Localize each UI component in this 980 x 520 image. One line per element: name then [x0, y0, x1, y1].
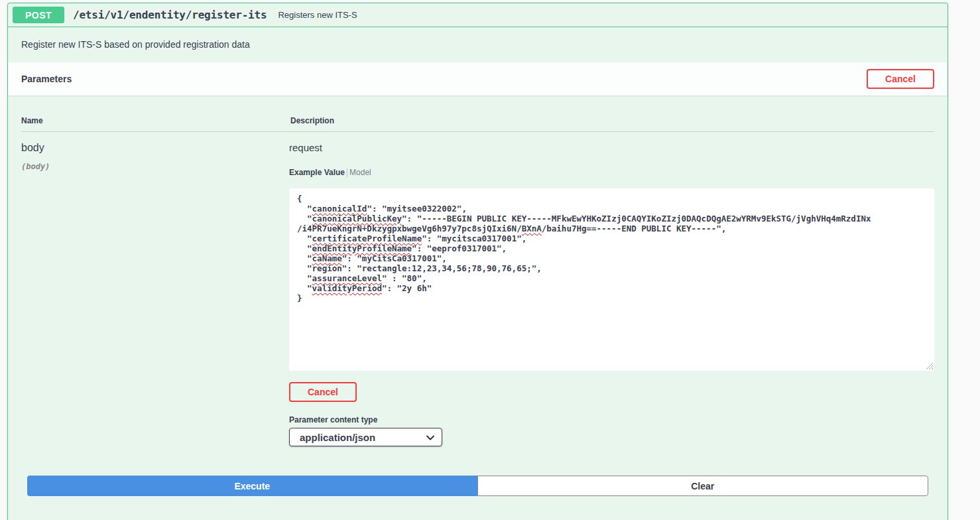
tab-example-value[interactable]: Example Value — [289, 168, 345, 177]
operation-summary: Registers new ITS-S — [278, 10, 357, 20]
column-header-description: Description — [290, 116, 934, 125]
tab-divider — [347, 168, 347, 177]
column-header-name: Name — [21, 116, 290, 125]
tab-model[interactable]: Model — [349, 168, 371, 177]
method-badge: POST — [13, 7, 64, 23]
execute-button[interactable]: Execute — [27, 476, 477, 496]
parameters-table-head: Name Description — [21, 116, 934, 132]
operation-summary-bar[interactable]: POST /etsi/v1/endentity/register-its Reg… — [8, 3, 948, 27]
operation-path: /etsi/v1/endentity/register-its — [73, 9, 267, 21]
body-editor-wrap: { "canonicalId": "myitsee0322002", "cano… — [289, 188, 934, 371]
cancel-body-edit-button[interactable]: Cancel — [289, 382, 357, 402]
parameter-name-cell: body (body) — [21, 142, 289, 446]
body-editor-textarea[interactable]: { "canonicalId": "myitsee0322002", "cano… — [289, 188, 934, 371]
cancel-operation-button[interactable]: Cancel — [867, 69, 934, 89]
execute-button-group: Execute Clear — [8, 476, 948, 509]
chevron-down-icon — [426, 434, 435, 442]
parameter-location: (body) — [21, 162, 289, 171]
parameters-title: Parameters — [21, 74, 72, 84]
parameter-name: body — [21, 142, 289, 154]
opblock-post: POST /etsi/v1/endentity/register-its Reg… — [7, 3, 948, 520]
content-type-select[interactable]: application/json — [289, 428, 442, 446]
parameters-table: Name Description body (body) request Exa… — [8, 96, 948, 446]
model-tabs: Example Value Model — [289, 168, 934, 177]
parameter-row-body: body (body) request Example Value Model … — [21, 132, 934, 446]
parameter-description: request — [289, 142, 934, 153]
parameter-description-cell: request Example Value Model { "canonical… — [289, 142, 934, 446]
content-type-selected-value: application/json — [300, 432, 375, 443]
clear-button[interactable]: Clear — [477, 476, 929, 496]
parameter-content-type-label: Parameter content type — [289, 415, 934, 424]
parameters-header: Parameters Cancel — [8, 62, 948, 96]
operation-description: Register new ITS-S based on provided reg… — [8, 27, 948, 62]
